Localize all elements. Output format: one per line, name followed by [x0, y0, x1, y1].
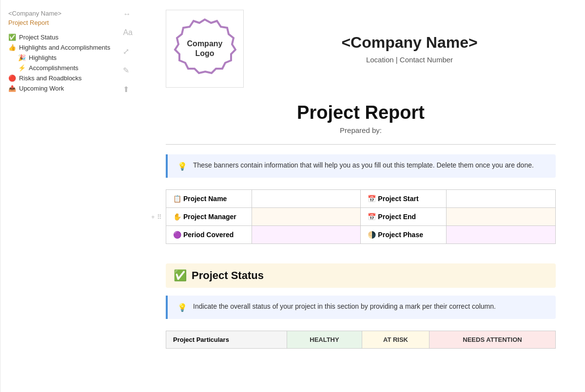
status-info-banner: 💡 Indicate the overall status of your pr…: [166, 296, 556, 319]
add-row-icon[interactable]: +: [151, 213, 155, 221]
expand-icon[interactable]: ↔: [123, 10, 133, 19]
company-logo: Company Logo: [173, 17, 236, 80]
sidebar: <Company Name> Project Report ✅Project S…: [0, 0, 136, 392]
right-label-cell: 📅 Project Start: [361, 190, 447, 208]
edit-icon[interactable]: ✎: [123, 66, 133, 75]
company-info: <Company Name> Location | Contact Number: [263, 34, 556, 64]
company-contact: Location | Contact Number: [263, 56, 556, 64]
nav-icon: 👍: [8, 44, 16, 51]
nav-icon: 🔴: [8, 75, 16, 82]
sidebar-toolbar: ↔ Aa ⤢ ✎ ⬆: [123, 10, 133, 94]
sidebar-nav: ✅Project Status👍Highlights and Accomplis…: [8, 32, 129, 93]
left-label-cell: 📋 Project Name: [166, 190, 252, 208]
sidebar-item-upcoming-work[interactable]: 📤Upcoming Work: [8, 83, 129, 93]
th-healthy: HEALTHY: [287, 331, 362, 349]
nav-icon: 📤: [8, 85, 16, 92]
nav-label: Upcoming Work: [19, 85, 64, 92]
right-label-cell: 📅 Project End: [361, 208, 447, 226]
th-at-risk: AT RISK: [362, 331, 429, 349]
nav-label: Risks and Roadblocks: [19, 75, 82, 82]
left-label-cell: ✋ Project Manager: [166, 208, 252, 226]
th-particulars: Project Particulars: [166, 331, 287, 349]
logo-container: Company Logo: [166, 10, 244, 88]
nav-icon: 🎉: [18, 54, 26, 61]
sidebar-item-project-status[interactable]: ✅Project Status: [8, 32, 129, 42]
th-needs-attention: NEEDS ATTENTION: [429, 331, 555, 349]
svg-text:Logo: Logo: [195, 49, 214, 57]
sidebar-report-title[interactable]: Project Report: [8, 19, 129, 26]
status-table: Project Particulars HEALTHY AT RISK NEED…: [166, 331, 556, 349]
status-banner-icon: 💡: [177, 303, 187, 312]
info-banner: 💡 These banners contain information that…: [166, 154, 556, 178]
company-name: <Company Name>: [263, 34, 556, 52]
status-banner-text: Indicate the overall status of your proj…: [193, 302, 496, 310]
left-label-cell: 🟣 Period Covered: [166, 226, 252, 244]
right-value-cell[interactable]: [447, 226, 556, 244]
nav-icon: ✅: [8, 34, 16, 41]
nav-label: Highlights and Accomplishments: [19, 44, 110, 51]
right-value-cell[interactable]: [447, 190, 556, 208]
font-icon[interactable]: Aa: [123, 28, 133, 37]
report-title-section: Project Report Prepared by:: [166, 102, 556, 134]
left-value-cell[interactable]: [252, 226, 361, 244]
nav-label: Project Status: [19, 34, 58, 41]
upload-icon[interactable]: ⬆: [123, 85, 133, 94]
project-status-section: ✅ Project Status 💡 Indicate the overall …: [166, 263, 556, 349]
table-row: 📋 Project Name 📅 Project Start: [166, 190, 556, 208]
header-section: Company Logo <Company Name> Location | C…: [166, 0, 556, 102]
prepared-by: Prepared by:: [166, 126, 556, 134]
left-value-cell[interactable]: [252, 190, 361, 208]
main-content: Company Logo <Company Name> Location | C…: [136, 0, 585, 392]
project-status-icon: ✅: [174, 269, 187, 282]
sidebar-item-highlights[interactable]: 🎉Highlights: [8, 53, 129, 63]
project-info-table: 📋 Project Name 📅 Project Start ✋ Project…: [166, 189, 556, 244]
svg-text:Company: Company: [187, 39, 223, 48]
sidebar-item-highlights-and-accomplishments[interactable]: 👍Highlights and Accomplishments: [8, 42, 129, 53]
banner-text: These banners contain information that w…: [193, 161, 534, 169]
project-status-header: ✅ Project Status: [166, 263, 556, 288]
left-value-cell[interactable]: [252, 208, 361, 226]
sidebar-item-accomplishments[interactable]: ⚡Accomplishments: [8, 63, 129, 73]
divider: [166, 144, 556, 145]
drag-handle-icon[interactable]: ⠿: [157, 213, 162, 221]
sidebar-company-name: <Company Name>: [8, 10, 129, 17]
nav-label: Highlights: [29, 54, 57, 61]
right-value-cell[interactable]: [447, 208, 556, 226]
table-row: 🟣 Period Covered 🌗 Project Phase: [166, 226, 556, 244]
link-icon[interactable]: ⤢: [123, 47, 133, 56]
nav-icon: ⚡: [18, 64, 26, 72]
nav-label: Accomplishments: [29, 64, 78, 72]
project-info-block: + ⠿ 📋 Project Name 📅 Project Start ✋ Pro…: [166, 189, 556, 244]
row-controls[interactable]: + ⠿: [151, 213, 162, 221]
report-title: Project Report: [166, 102, 556, 123]
project-status-title: Project Status: [192, 269, 264, 282]
sidebar-item-risks-and-roadblocks[interactable]: 🔴Risks and Roadblocks: [8, 73, 129, 83]
banner-icon: 💡: [177, 162, 187, 171]
table-row: ✋ Project Manager 📅 Project End: [166, 208, 556, 226]
right-label-cell: 🌗 Project Phase: [361, 226, 447, 244]
